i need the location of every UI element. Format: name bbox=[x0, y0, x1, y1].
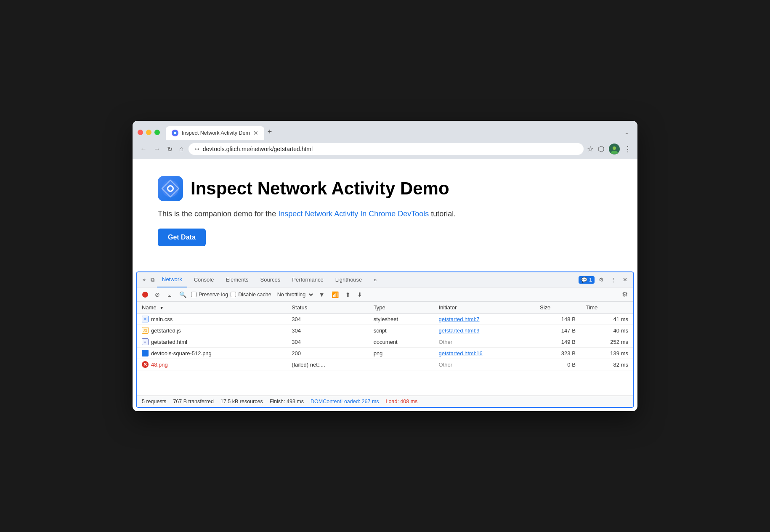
status-cell: 304 bbox=[287, 325, 368, 336]
status-cell: 304 bbox=[287, 314, 368, 325]
tab-dropdown-button[interactable]: ⌄ bbox=[621, 127, 632, 138]
throttling-dropdown-icon[interactable]: ▼ bbox=[317, 290, 327, 299]
file-name-cell: ✕ 48.png bbox=[137, 359, 287, 370]
initiator-cell: Other bbox=[434, 336, 535, 348]
time-cell: 252 ms bbox=[581, 336, 633, 348]
network-toolbar: ⊘ ⩡ 🔍 Preserve log Disable cache No thro… bbox=[137, 287, 633, 302]
network-settings-button[interactable]: ⚙ bbox=[620, 289, 630, 300]
type-cell: stylesheet bbox=[369, 314, 434, 325]
active-tab[interactable]: Inspect Network Activity Dem ✕ bbox=[166, 126, 264, 140]
initiator-cell: Other bbox=[434, 359, 535, 370]
initiator-link[interactable]: getstarted.html:7 bbox=[439, 316, 480, 322]
requests-count: 5 requests bbox=[142, 399, 166, 404]
home-button[interactable]: ⌂ bbox=[178, 144, 185, 154]
new-tab-button[interactable]: + bbox=[264, 125, 276, 139]
initiator-cell: getstarted.html:7 bbox=[434, 314, 535, 325]
preserve-log-checkbox-group[interactable]: Preserve log bbox=[191, 292, 228, 298]
close-traffic-light[interactable] bbox=[138, 130, 143, 135]
initiator-link[interactable]: getstarted.html:9 bbox=[439, 327, 480, 334]
status-cell-error: (failed) net::... bbox=[287, 359, 368, 370]
chat-badge[interactable]: 💬 1 bbox=[579, 276, 595, 284]
record-stop-button[interactable] bbox=[140, 290, 150, 299]
resources-size: 17.5 kB resources bbox=[220, 399, 263, 404]
file-name: getstarted.js bbox=[151, 327, 181, 334]
file-name-cell: JS getstarted.js bbox=[137, 325, 287, 336]
html-file-icon: ≡ bbox=[142, 338, 149, 345]
disable-cache-checkbox-group[interactable]: Disable cache bbox=[231, 292, 271, 298]
svg-point-3 bbox=[611, 151, 618, 154]
initiator-link[interactable]: getstarted.html:16 bbox=[439, 350, 483, 356]
tab-more[interactable]: » bbox=[369, 272, 382, 287]
col-time: Time bbox=[581, 302, 633, 314]
type-cell: document bbox=[369, 336, 434, 348]
table-row: ≡ getstarted.html 304 document Other 149… bbox=[137, 336, 633, 348]
tab-lighthouse[interactable]: Lighthouse bbox=[330, 272, 367, 287]
tab-console[interactable]: Console bbox=[189, 272, 219, 287]
error-file-icon: ✕ bbox=[142, 361, 149, 368]
js-file-icon: JS bbox=[142, 327, 149, 334]
size-cell-error: 0 B bbox=[535, 359, 581, 370]
devtools-tabs: Network Console Elements Sources Perform… bbox=[157, 272, 579, 287]
chrome-logo bbox=[158, 176, 183, 201]
disable-cache-label: Disable cache bbox=[238, 292, 271, 298]
url-bar[interactable]: ⊶ devtools.glitch.me/network/getstarted.… bbox=[189, 143, 584, 155]
time-cell: 139 ms bbox=[581, 348, 633, 359]
devtools-toolbar: ⌖ ⧉ Network Console Elements Sources Per… bbox=[137, 272, 633, 287]
tab-close-icon[interactable]: ✕ bbox=[253, 130, 258, 136]
file-name-error: 48.png bbox=[151, 362, 168, 368]
type-cell: png bbox=[369, 348, 434, 359]
filter-button[interactable]: ⩡ bbox=[165, 290, 175, 299]
tab-sources[interactable]: Sources bbox=[255, 272, 286, 287]
tab-performance[interactable]: Performance bbox=[287, 272, 328, 287]
col-type: Type bbox=[369, 302, 434, 314]
size-cell: 148 B bbox=[535, 314, 581, 325]
devtools-more-button[interactable]: ⋮ bbox=[608, 275, 619, 285]
file-name: main.css bbox=[151, 316, 173, 322]
name-sort-icon: ▼ bbox=[159, 306, 164, 310]
svg-point-1 bbox=[174, 132, 176, 134]
profile-avatar[interactable] bbox=[609, 144, 620, 154]
css-file-icon: ≡ bbox=[142, 316, 149, 322]
maximize-traffic-light[interactable] bbox=[154, 130, 160, 135]
devtools-close-button[interactable]: ✕ bbox=[620, 275, 630, 285]
network-status-bar: 5 requests 767 B transferred 17.5 kB res… bbox=[137, 396, 633, 407]
empty-space-row bbox=[137, 370, 633, 396]
page-header: Inspect Network Activity Demo bbox=[158, 176, 612, 201]
tutorial-link[interactable]: Inspect Network Activity In Chrome DevTo… bbox=[278, 210, 431, 218]
preserve-log-checkbox[interactable] bbox=[191, 292, 196, 297]
chat-icon: 💬 bbox=[581, 277, 587, 283]
tab-title: Inspect Network Activity Dem bbox=[182, 130, 250, 136]
reload-button[interactable]: ↻ bbox=[165, 144, 174, 155]
device-icon[interactable]: ⧉ bbox=[148, 275, 157, 285]
clear-icon: ⊘ bbox=[155, 291, 160, 298]
col-size: Size bbox=[535, 302, 581, 314]
disable-cache-checkbox[interactable] bbox=[231, 292, 236, 297]
get-data-button[interactable]: Get Data bbox=[158, 229, 206, 246]
filter-icon: ⩡ bbox=[167, 291, 173, 298]
size-cell: 149 B bbox=[535, 336, 581, 348]
tab-network[interactable]: Network bbox=[157, 272, 187, 287]
address-actions: ☆ ⬡ ⋮ bbox=[587, 144, 632, 154]
search-button[interactable]: 🔍 bbox=[177, 290, 189, 299]
network-table: Name ▼ Status Type Initiator Size Time bbox=[137, 302, 633, 396]
initiator-cell: getstarted.html:9 bbox=[434, 325, 535, 336]
table-row: JS getstarted.js 304 script getstarted.h… bbox=[137, 325, 633, 336]
bookmark-button[interactable]: ☆ bbox=[587, 144, 594, 154]
url-text: devtools.glitch.me/network/getstarted.ht… bbox=[203, 146, 578, 152]
throttling-select[interactable]: No throttling bbox=[274, 290, 314, 299]
extension-button[interactable]: ⬡ bbox=[598, 144, 605, 154]
status-cell: 200 bbox=[287, 348, 368, 359]
inspector-icon[interactable]: ⌖ bbox=[140, 275, 148, 285]
preserve-log-label: Preserve log bbox=[199, 292, 228, 298]
chrome-menu-button[interactable]: ⋮ bbox=[624, 144, 632, 154]
clear-button[interactable]: ⊘ bbox=[153, 290, 162, 299]
traffic-lights bbox=[138, 130, 160, 135]
initiator-cell: getstarted.html:16 bbox=[434, 348, 535, 359]
tab-elements[interactable]: Elements bbox=[220, 272, 253, 287]
minimize-traffic-light[interactable] bbox=[146, 130, 151, 135]
back-button[interactable]: ← bbox=[138, 144, 149, 154]
address-bar: ← → ↻ ⌂ ⊶ devtools.glitch.me/network/get… bbox=[133, 140, 637, 159]
title-bar: Inspect Network Activity Dem ✕ + ⌄ bbox=[133, 121, 637, 140]
devtools-settings-button[interactable]: ⚙ bbox=[596, 275, 606, 285]
forward-button[interactable]: → bbox=[152, 144, 162, 154]
